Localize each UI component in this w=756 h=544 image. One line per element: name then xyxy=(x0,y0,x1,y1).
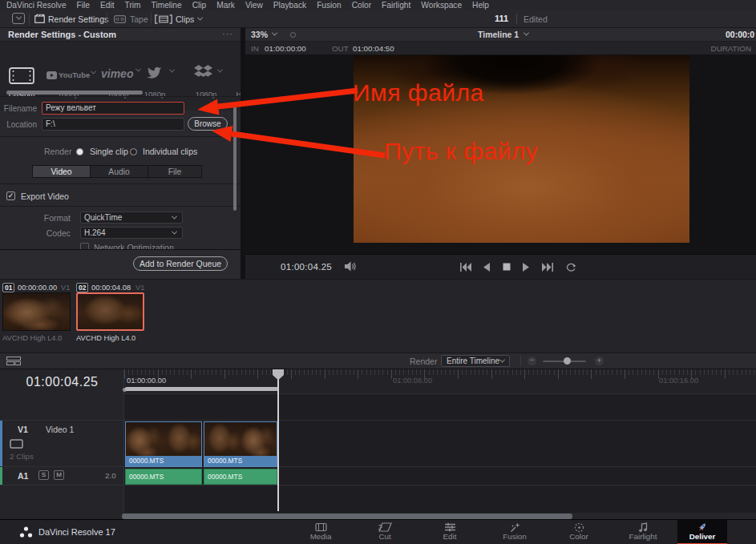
format-dropdown[interactable]: QuickTime xyxy=(80,212,183,224)
tab-color[interactable]: Color xyxy=(551,520,607,544)
location-label: Location xyxy=(0,120,37,129)
menu-mark[interactable]: Mark xyxy=(216,1,235,10)
clip-thumbnail[interactable] xyxy=(2,292,71,331)
single-clip-label[interactable]: Single clip xyxy=(90,147,128,156)
preset-partial-label[interactable]: H xyxy=(235,90,241,99)
render-range-dropdown[interactable]: Entire Timeline xyxy=(441,355,510,367)
tab-deliver-active[interactable]: Deliver xyxy=(677,520,727,544)
mute-button[interactable]: M xyxy=(54,470,64,480)
chevron-down-icon[interactable] xyxy=(217,67,223,73)
tab-fusion[interactable]: Fusion xyxy=(487,520,543,544)
render-settings-button[interactable]: Render Settings xyxy=(48,14,108,24)
loop-button[interactable] xyxy=(565,262,576,272)
clip-index: 02 xyxy=(76,283,88,292)
menu-fusion[interactable]: Fusion xyxy=(317,1,342,10)
clips-button[interactable]: Clips xyxy=(176,14,194,24)
panel-title: Render Settings - Custom xyxy=(8,30,116,39)
individual-clips-label[interactable]: Individual clips xyxy=(143,147,197,156)
tab-cut[interactable]: Cut xyxy=(357,520,413,544)
menu-timeline[interactable]: Timeline xyxy=(152,1,182,10)
timeline-scrollbar[interactable] xyxy=(122,514,572,519)
davinci-resolve-window: DaVinci Resolve File Edit Trim Timeline … xyxy=(0,0,756,544)
menu-help[interactable]: Help xyxy=(472,1,489,10)
preset-dropbox-label[interactable]: 1080p xyxy=(186,90,226,99)
timeline-audio-clip[interactable]: 00000.MTS xyxy=(204,469,277,485)
playhead-line[interactable] xyxy=(277,369,279,511)
panel-toggle-checkbox[interactable] xyxy=(12,13,25,24)
video-track-name[interactable]: Video 1 xyxy=(46,425,74,434)
add-to-render-queue-button[interactable]: Add to Render Queue xyxy=(133,256,228,271)
panel-header: Render Settings - Custom ··· xyxy=(0,28,241,42)
fairlight-icon xyxy=(615,520,671,532)
dropbox-icon[interactable] xyxy=(194,65,212,79)
solo-button[interactable]: S xyxy=(38,470,49,480)
menu-file[interactable]: File xyxy=(77,1,90,10)
export-video-label[interactable]: Export Video xyxy=(21,191,69,201)
location-input[interactable]: F:\ xyxy=(42,118,184,131)
menu-fairlight[interactable]: Fairlight xyxy=(382,1,410,10)
filename-input[interactable]: Режу вельвет xyxy=(42,102,184,115)
zoom-slider-knob[interactable] xyxy=(564,357,571,365)
timeline-timecode[interactable]: 01:00:04.25 xyxy=(0,375,124,389)
zoom-in-button[interactable]: + xyxy=(595,357,604,365)
chevron-down-icon[interactable] xyxy=(135,66,141,72)
chevron-down-icon xyxy=(172,229,177,235)
timeline-selector[interactable]: Timeline 1 xyxy=(478,30,519,39)
play-button[interactable] xyxy=(523,263,529,272)
timeline-video-clip[interactable]: 00000.MTS xyxy=(125,421,202,467)
vimeo-wordmark[interactable]: vimeo xyxy=(101,67,133,80)
divider xyxy=(0,183,241,184)
chevron-down-icon xyxy=(524,30,529,36)
codec-dropdown[interactable]: H.264 xyxy=(80,227,183,239)
single-clip-radio[interactable] xyxy=(76,148,83,155)
youtube-icon[interactable] xyxy=(46,71,57,79)
audio-track-id[interactable]: A1 xyxy=(18,471,28,481)
stop-button[interactable] xyxy=(503,263,511,271)
chevron-down-icon[interactable] xyxy=(91,69,96,75)
video-track-id[interactable]: V1 xyxy=(18,425,28,434)
zoom-out-button[interactable]: − xyxy=(528,357,536,365)
tab-media[interactable]: Media xyxy=(293,520,349,544)
export-video-checkbox[interactable]: ✓ xyxy=(6,191,15,200)
menu-workspace[interactable]: Workspace xyxy=(421,1,462,10)
menu-playback[interactable]: Playback xyxy=(273,1,306,10)
timeline-video-clip[interactable]: 00000.MTS xyxy=(204,421,277,467)
menu-clip[interactable]: Clip xyxy=(192,1,207,10)
timeline-range-bar[interactable] xyxy=(125,387,278,391)
menu-edit[interactable]: Edit xyxy=(100,1,115,10)
tab-edit[interactable]: Edit xyxy=(422,520,478,544)
go-to-start-button[interactable] xyxy=(460,263,471,272)
timeline-audio-clip[interactable]: 00000.MTS xyxy=(125,469,202,485)
edit-icon xyxy=(422,520,478,532)
menu-app[interactable]: DaVinci Resolve xyxy=(6,1,67,10)
twitter-icon[interactable] xyxy=(147,66,162,79)
codec-label: Codec xyxy=(0,228,71,238)
panel-options-icon[interactable]: ··· xyxy=(222,29,233,38)
viewer-zoom-dropdown[interactable]: 33% xyxy=(251,30,268,39)
tab-fairlight[interactable]: Fairlight xyxy=(615,520,671,544)
playhead-marker[interactable] xyxy=(272,369,285,381)
network-optimization-checkbox[interactable] xyxy=(80,243,89,249)
tape-button[interactable]: Tape xyxy=(130,14,148,24)
chevron-down-icon xyxy=(272,30,277,36)
tab-video[interactable]: Video xyxy=(33,166,91,177)
browse-button[interactable]: Browse xyxy=(188,117,228,131)
timeline-view-icon[interactable] xyxy=(6,357,21,366)
individual-clips-radio[interactable] xyxy=(130,148,137,155)
preset-scrollbar[interactable] xyxy=(6,91,143,95)
custom-preset-icon[interactable] xyxy=(9,67,34,84)
step-back-button[interactable] xyxy=(483,263,490,272)
audio-volume-icon[interactable] xyxy=(345,261,357,272)
menu-color[interactable]: Color xyxy=(352,1,371,10)
youtube-wordmark[interactable]: YouTube xyxy=(59,71,90,79)
clip-thumbnail-selected[interactable] xyxy=(76,292,144,331)
chevron-down-icon[interactable] xyxy=(169,67,175,73)
menu-trim[interactable]: Trim xyxy=(125,1,141,10)
menu-view[interactable]: View xyxy=(245,1,263,10)
tab-file[interactable]: File xyxy=(148,166,201,177)
tab-audio[interactable]: Audio xyxy=(91,166,148,177)
panel-scrollbar[interactable] xyxy=(233,107,237,211)
viewer-option-icon[interactable] xyxy=(290,32,296,38)
clip-index: 01 xyxy=(2,283,14,292)
go-to-end-button[interactable] xyxy=(542,263,553,272)
